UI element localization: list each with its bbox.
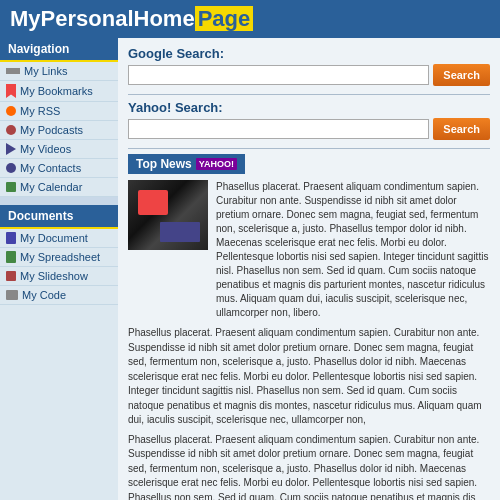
sidebar-item-document[interactable]: My Document <box>0 229 118 248</box>
rss-icon <box>6 106 16 116</box>
sidebar-label-document: My Document <box>20 232 88 244</box>
sidebar-item-videos[interactable]: My Videos <box>0 140 118 159</box>
news-image <box>128 180 208 250</box>
news-image-inner <box>128 180 208 250</box>
google-search-input[interactable] <box>128 65 429 85</box>
nav-section-header: Navigation <box>0 38 118 62</box>
news-article-featured: Phasellus placerat. Praesent aliquam con… <box>128 180 490 320</box>
yahoo-badge: YAHOO! <box>196 158 237 170</box>
header: MyPersonalHomePage <box>0 0 500 38</box>
sidebar-label-contacts: My Contacts <box>20 162 81 174</box>
google-search-button[interactable]: Search <box>433 64 490 86</box>
title-start: MyPersonalHome <box>10 6 195 31</box>
spreadsheet-icon <box>6 251 16 263</box>
sidebar-spacer <box>0 197 118 205</box>
news-para-2: Phasellus placerat. Praesent aliquam con… <box>128 433 490 501</box>
sidebar-label-links: My Links <box>24 65 67 77</box>
sidebar-label-videos: My Videos <box>20 143 71 155</box>
sidebar-item-calendar[interactable]: My Calendar <box>0 178 118 197</box>
sidebar-item-slideshow[interactable]: My Slideshow <box>0 267 118 286</box>
links-icon <box>6 66 20 76</box>
google-search-row: Search <box>128 64 490 86</box>
sidebar-label-spreadsheet: My Spreadsheet <box>20 251 100 263</box>
layout: Navigation My Links My Bookmarks My RSS … <box>0 38 500 500</box>
sidebar-label-calendar: My Calendar <box>20 181 82 193</box>
sidebar-item-contacts[interactable]: My Contacts <box>0 159 118 178</box>
news-para-1: Phasellus placerat. Praesent aliquam con… <box>128 326 490 428</box>
sidebar-label-slideshow: My Slideshow <box>20 270 88 282</box>
contact-icon <box>6 163 16 173</box>
top-news-header: Top News YAHOO! <box>128 154 245 174</box>
top-news-label: Top News <box>136 157 192 171</box>
sidebar-item-spreadsheet[interactable]: My Spreadsheet <box>0 248 118 267</box>
sidebar-label-bookmarks: My Bookmarks <box>20 85 93 97</box>
podcast-icon <box>6 125 16 135</box>
google-search-section: Google Search: Search <box>128 46 490 86</box>
doc-icon <box>6 232 16 244</box>
sidebar-label-code: My Code <box>22 289 66 301</box>
yahoo-search-row: Search <box>128 118 490 140</box>
news-article-text: Phasellus placerat. Praesent aliquam con… <box>216 180 490 320</box>
sidebar-item-podcasts[interactable]: My Podcasts <box>0 121 118 140</box>
sidebar-label-rss: My RSS <box>20 105 60 117</box>
divider-2 <box>128 148 490 149</box>
video-icon <box>6 143 16 155</box>
yahoo-search-label: Yahoo! Search: <box>128 100 490 115</box>
top-news-header-bar: Top News YAHOO! <box>128 154 490 180</box>
slideshow-icon <box>6 271 16 281</box>
yahoo-search-input[interactable] <box>128 119 429 139</box>
sidebar: Navigation My Links My Bookmarks My RSS … <box>0 38 118 500</box>
docs-section-header: Documents <box>0 205 118 229</box>
yahoo-search-button[interactable]: Search <box>433 118 490 140</box>
sidebar-item-rss[interactable]: My RSS <box>0 102 118 121</box>
code-icon <box>6 290 18 300</box>
sidebar-label-podcasts: My Podcasts <box>20 124 83 136</box>
calendar-icon <box>6 182 16 192</box>
title-highlight: Page <box>195 6 254 31</box>
sidebar-item-links[interactable]: My Links <box>0 62 118 81</box>
sidebar-item-code[interactable]: My Code <box>0 286 118 305</box>
google-search-label: Google Search: <box>128 46 490 61</box>
main-content: Google Search: Search Yahoo! Search: Sea… <box>118 38 500 500</box>
site-title: MyPersonalHomePage <box>10 6 253 32</box>
yahoo-search-section: Yahoo! Search: Search <box>128 100 490 140</box>
bookmark-icon <box>6 84 16 98</box>
divider-1 <box>128 94 490 95</box>
sidebar-item-bookmarks[interactable]: My Bookmarks <box>0 81 118 102</box>
